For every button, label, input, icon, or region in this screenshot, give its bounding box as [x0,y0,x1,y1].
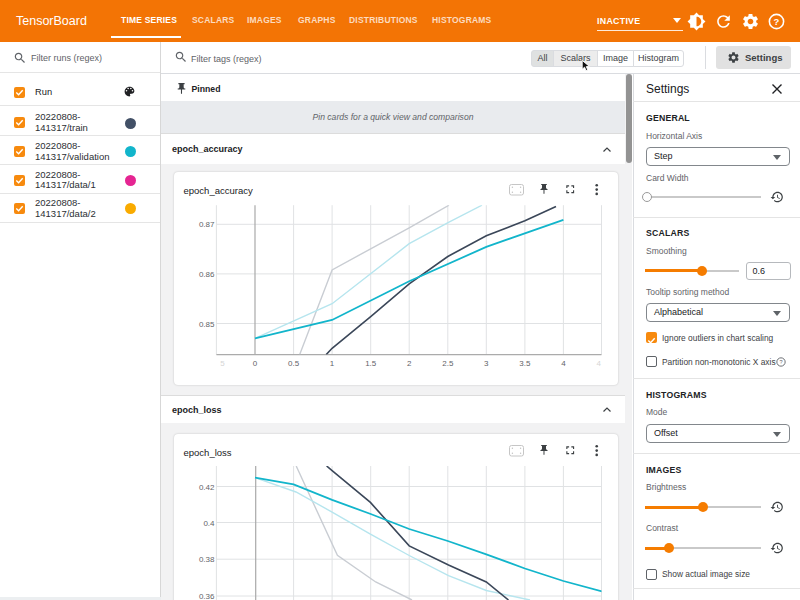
svg-text:0.38: 0.38 [199,555,215,564]
svg-text:1: 1 [330,359,335,368]
svg-text:3: 3 [484,359,489,368]
svg-text:?: ? [774,15,780,26]
svg-text:0.42: 0.42 [199,483,215,492]
svg-text:0.5: 0.5 [288,359,300,368]
svg-text:4: 4 [596,359,601,368]
svg-text:0.87: 0.87 [199,220,215,229]
svg-text:?: ? [779,359,782,365]
svg-text:2.5: 2.5 [442,359,454,368]
svg-text:1.5: 1.5 [365,359,377,368]
svg-text:3.5: 3.5 [519,359,531,368]
svg-text:0.86: 0.86 [199,270,215,279]
svg-text:5: 5 [220,359,225,368]
svg-text:4: 4 [561,359,566,368]
svg-text:0.36: 0.36 [199,592,215,600]
svg-text:2: 2 [407,359,412,368]
svg-text:0.4: 0.4 [203,519,215,528]
svg-text:0: 0 [253,359,258,368]
svg-text:0.85: 0.85 [199,320,215,329]
